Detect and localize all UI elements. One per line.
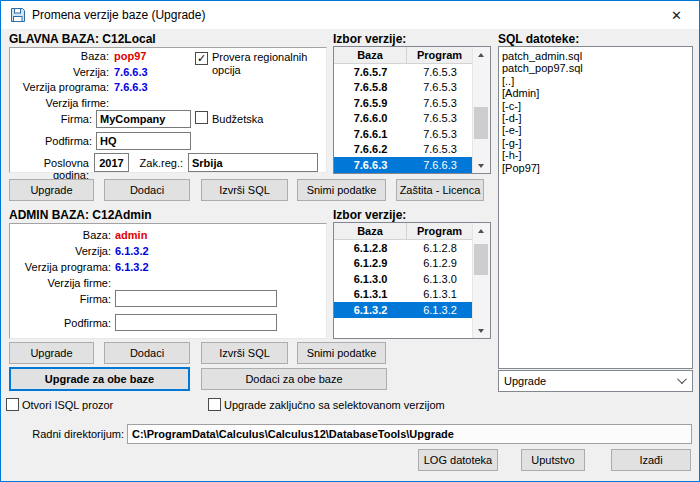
version-program-cell: 7.6.5.3	[407, 97, 473, 109]
verzija-firme-label: Verzija firme:	[9, 97, 109, 109]
admin-db-section-title: ADMIN BAZA: C12Admin	[9, 208, 152, 222]
version-baza-cell: 7.6.5.8	[334, 81, 407, 93]
sql-file-item[interactable]: [-d-]	[502, 112, 692, 124]
otvori-isql-label: Otvori ISQL prozor	[22, 399, 113, 411]
version-row[interactable]: 6.1.2.86.1.2.8	[334, 240, 473, 256]
version-row[interactable]: 6.1.3.26.1.3.2	[334, 302, 473, 318]
podfirma-label: Podfirma:	[9, 135, 92, 147]
version-list-admin: BazaProgram6.1.2.86.1.2.86.1.2.96.1.2.96…	[333, 222, 491, 339]
admin-verzija-programa-value: 6.1.3.2	[115, 261, 149, 273]
scrollbar-thumb[interactable]	[474, 244, 488, 275]
uputstvo-button[interactable]: Uputstvo	[521, 449, 585, 471]
admin-verzija-firme-label: Verzija firme:	[9, 277, 111, 289]
admin-podfirma-input[interactable]	[115, 314, 277, 331]
version-program-cell: 7.6.5.3	[407, 143, 473, 155]
main-list-scrollbar[interactable]	[472, 47, 490, 173]
floppy-icon	[10, 7, 26, 23]
action-select[interactable]: Upgrade	[498, 370, 693, 392]
izadji-button[interactable]: Izađi	[611, 449, 691, 471]
version-program-cell: 7.6.6.3	[407, 159, 473, 171]
column-header-baza[interactable]: Baza	[334, 223, 407, 240]
main-izvrsi-sql-button[interactable]: Izvrši SQL	[201, 179, 288, 201]
poslovna-godina-input[interactable]	[94, 153, 129, 172]
provera-regionalnih-checkbox[interactable]: ✓	[195, 52, 208, 65]
version-baza-cell: 7.6.6.2	[334, 143, 407, 155]
sql-file-item[interactable]: [-h-]	[502, 149, 692, 161]
budzetska-label: Budžetska	[212, 113, 263, 125]
version-program-cell: 7.6.5.3	[407, 128, 473, 140]
podfirma-input[interactable]	[96, 132, 191, 150]
zak-reg-input[interactable]	[188, 153, 318, 172]
poslovna-godina-label: Poslovna godina:	[7, 157, 89, 181]
version-list-admin-label: Izbor verzije:	[333, 208, 406, 222]
admin-baza-value: admin	[115, 229, 147, 241]
scroll-down-icon[interactable]	[473, 323, 489, 338]
firma-input[interactable]	[96, 110, 191, 128]
admin-dodaci-button[interactable]: Dodaci	[104, 342, 190, 364]
version-row[interactable]: 7.6.5.87.6.5.3	[334, 80, 473, 96]
sql-file-item[interactable]: [-e-]	[502, 124, 692, 136]
column-header-program[interactable]: Program	[407, 223, 473, 240]
sql-file-list[interactable]: patch_admin.sqlpatch_pop97.sql[..][Admin…	[498, 46, 693, 369]
main-dodaci-button[interactable]: Dodaci	[104, 179, 190, 201]
scrollbar-thumb[interactable]	[474, 107, 488, 139]
column-header-program[interactable]: Program	[407, 47, 473, 64]
log-datoteka-button[interactable]: LOG datoteka	[418, 449, 498, 471]
chevron-down-icon	[677, 374, 687, 384]
version-baza-cell: 7.6.5.7	[334, 66, 407, 78]
version-row[interactable]: 7.6.6.07.6.5.3	[334, 111, 473, 127]
scroll-down-icon[interactable]	[473, 158, 489, 173]
version-program-cell: 6.1.2.9	[407, 257, 473, 269]
version-list-main-label: Izbor verzije:	[333, 32, 406, 46]
sql-file-item[interactable]: [-g-]	[502, 137, 692, 149]
scroll-up-icon[interactable]	[473, 47, 489, 62]
scroll-up-icon[interactable]	[473, 223, 489, 238]
sql-file-item[interactable]: [Pop97]	[502, 162, 692, 174]
admin-izvrsi-sql-button[interactable]: Izvrši SQL	[201, 342, 288, 364]
version-row[interactable]: 7.6.6.27.6.5.3	[334, 142, 473, 158]
close-icon[interactable]: ✕	[654, 1, 699, 29]
upgrade-zakljucno-checkbox[interactable]	[208, 398, 221, 411]
sql-file-item[interactable]: [..]	[502, 75, 692, 87]
admin-podfirma-label: Podfirma:	[9, 317, 111, 329]
sql-file-item[interactable]: patch_pop97.sql	[502, 62, 692, 74]
workdir-label: Radni direktorijum:	[9, 428, 124, 440]
admin-firma-input[interactable]	[115, 290, 277, 307]
main-upgrade-button[interactable]: Upgrade	[9, 179, 94, 201]
version-row[interactable]: 6.1.3.06.1.3.0	[334, 271, 473, 287]
sql-files-label: SQL datoteke:	[498, 32, 579, 46]
version-row[interactable]: 6.1.3.16.1.3.1	[334, 287, 473, 303]
sql-file-item[interactable]: [-c-]	[502, 100, 692, 112]
dodaci-both-button[interactable]: Dodaci za obe baze	[201, 368, 387, 390]
version-baza-cell: 6.1.2.8	[334, 242, 407, 254]
zastita-licenca-button[interactable]: Zaštita - Licenca	[396, 179, 484, 201]
sql-file-item[interactable]: [Admin]	[502, 87, 692, 99]
version-row[interactable]: 6.1.2.96.1.2.9	[334, 256, 473, 272]
verzija-value: 7.6.6.3	[114, 66, 148, 78]
budzetska-checkbox[interactable]	[195, 111, 208, 124]
version-program-cell: 6.1.2.8	[407, 242, 473, 254]
admin-firma-label: Firma:	[9, 293, 111, 305]
admin-snimi-podatke-button[interactable]: Snimi podatke	[297, 342, 386, 364]
version-row[interactable]: 7.6.5.77.6.5.3	[334, 64, 473, 80]
title-bar: Promena verzije baze (Upgrade) ✕	[1, 1, 699, 29]
version-program-cell: 7.6.5.3	[407, 81, 473, 93]
version-row[interactable]: 7.6.6.37.6.6.3	[334, 157, 473, 173]
column-header-baza[interactable]: Baza	[334, 47, 407, 64]
upgrade-both-button[interactable]: Upgrade za obe baze	[9, 367, 190, 391]
version-row[interactable]: 7.6.5.97.6.5.3	[334, 95, 473, 111]
admin-upgrade-button[interactable]: Upgrade	[9, 342, 94, 364]
version-list-main: BazaProgram7.6.5.77.6.5.37.6.5.87.6.5.37…	[333, 46, 491, 174]
admin-list-scrollbar[interactable]	[472, 223, 490, 338]
main-snimi-podatke-button[interactable]: Snimi podatke	[297, 179, 386, 201]
version-program-cell: 6.1.3.0	[407, 273, 473, 285]
version-program-cell: 6.1.3.1	[407, 288, 473, 300]
provera-regionalnih-label: Provera regionalnih opcija	[212, 51, 320, 77]
version-row[interactable]: 7.6.6.17.6.5.3	[334, 126, 473, 142]
zak-reg-label: Zak.reg.:	[134, 157, 183, 169]
version-program-cell: 7.6.5.3	[407, 112, 473, 124]
version-program-cell: 6.1.3.2	[407, 304, 473, 316]
sql-file-item[interactable]: patch_admin.sql	[502, 50, 692, 62]
version-baza-cell: 7.6.5.9	[334, 97, 407, 109]
otvori-isql-checkbox[interactable]	[6, 398, 19, 411]
